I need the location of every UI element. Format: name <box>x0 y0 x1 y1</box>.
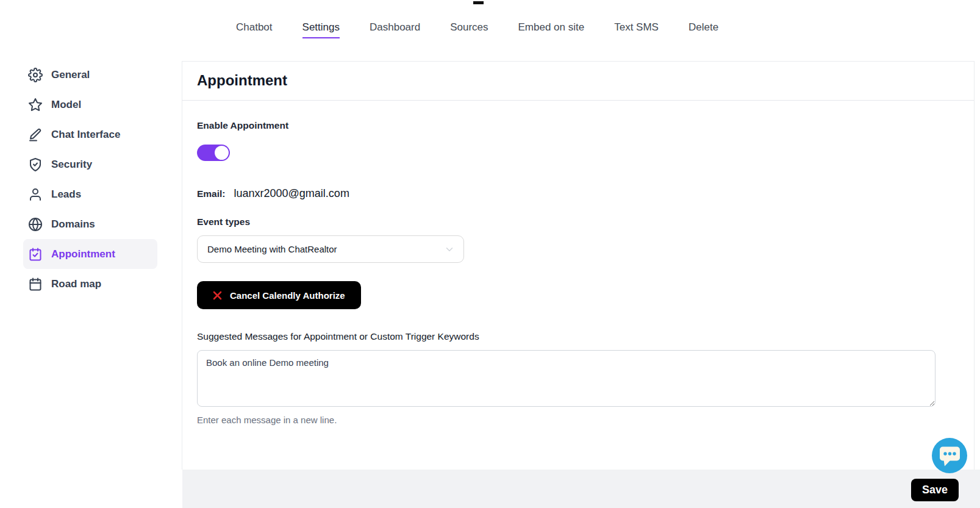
panel-header: Appointment <box>182 62 974 101</box>
enable-appointment-toggle[interactable] <box>197 145 230 161</box>
shield-check-icon <box>28 157 43 172</box>
sidebar-item-label: General <box>51 69 90 81</box>
x-icon <box>213 291 222 300</box>
event-types-select[interactable]: Demo Meeting with ChatRealtor <box>197 235 464 263</box>
window-title-dash <box>473 1 484 4</box>
tab-settings[interactable]: Settings <box>302 21 340 38</box>
cancel-calendly-authorize-label: Cancel Calendly Authorize <box>230 290 345 301</box>
tab-embed-on-site[interactable]: Embed on site <box>518 21 585 38</box>
settings-sidebar: General Model Chat Interface Security Le <box>23 60 157 299</box>
sidebar-item-security[interactable]: Security <box>23 149 157 179</box>
tab-chatbot[interactable]: Chatbot <box>236 21 273 38</box>
event-types-label: Event types <box>197 216 959 227</box>
tab-dashboard[interactable]: Dashboard <box>370 21 420 38</box>
email-value: luanxr2000@gmail.com <box>234 187 349 200</box>
suggested-messages-label: Suggested Messages for Appointment or Cu… <box>197 331 959 342</box>
top-navigation: Chatbot Settings Dashboard Sources Embed… <box>236 21 718 38</box>
sidebar-item-appointment[interactable]: Appointment <box>23 239 157 269</box>
chat-widget-button[interactable] <box>932 438 967 473</box>
star-icon <box>28 98 43 112</box>
sidebar-item-label: Domains <box>51 218 95 231</box>
user-icon <box>28 187 43 202</box>
calendar-check-icon <box>28 247 43 262</box>
tab-delete[interactable]: Delete <box>689 21 718 38</box>
tab-sources[interactable]: Sources <box>450 21 488 38</box>
enable-appointment-label: Enable Appointment <box>197 120 959 131</box>
save-button[interactable]: Save <box>911 479 959 501</box>
globe-icon <box>28 217 43 232</box>
sidebar-item-model[interactable]: Model <box>23 90 157 120</box>
sidebar-item-road-map[interactable]: Road map <box>23 269 157 299</box>
page: Chatbot Settings Dashboard Sources Embed… <box>0 0 980 508</box>
appointment-settings-panel: Appointment Enable Appointment Email: lu… <box>182 61 975 470</box>
pencil-icon <box>28 127 43 142</box>
sidebar-item-label: Chat Interface <box>51 129 120 141</box>
save-bar: Save <box>182 470 980 508</box>
calendar-icon <box>28 277 43 292</box>
sidebar-item-label: Model <box>51 99 81 111</box>
panel-body: Enable Appointment Email: luanxr2000@gma… <box>182 120 974 425</box>
sidebar-item-domains[interactable]: Domains <box>23 209 157 239</box>
sidebar-item-general[interactable]: General <box>23 60 157 90</box>
sidebar-item-leads[interactable]: Leads <box>23 179 157 209</box>
sidebar-item-label: Security <box>51 159 92 171</box>
event-types-selected-value: Demo Meeting with ChatRealtor <box>207 244 337 254</box>
email-row: Email: luanxr2000@gmail.com <box>197 187 959 200</box>
page-title: Appointment <box>197 72 959 89</box>
email-label: Email: <box>197 188 226 199</box>
tab-text-sms[interactable]: Text SMS <box>614 21 659 38</box>
gear-icon <box>28 68 43 82</box>
cancel-calendly-authorize-button[interactable]: Cancel Calendly Authorize <box>197 281 361 309</box>
sidebar-item-label: Road map <box>51 278 101 290</box>
sidebar-item-label: Leads <box>51 188 81 201</box>
sidebar-item-chat-interface[interactable]: Chat Interface <box>23 120 157 149</box>
sidebar-item-label: Appointment <box>51 248 115 260</box>
chevron-down-icon <box>444 244 455 255</box>
chat-bubble-icon <box>932 438 967 473</box>
toggle-knob <box>215 146 229 160</box>
suggested-messages-textarea[interactable]: Book an online Demo meeting <box>197 350 935 407</box>
suggested-messages-help-text: Enter each message in a new line. <box>197 415 959 425</box>
